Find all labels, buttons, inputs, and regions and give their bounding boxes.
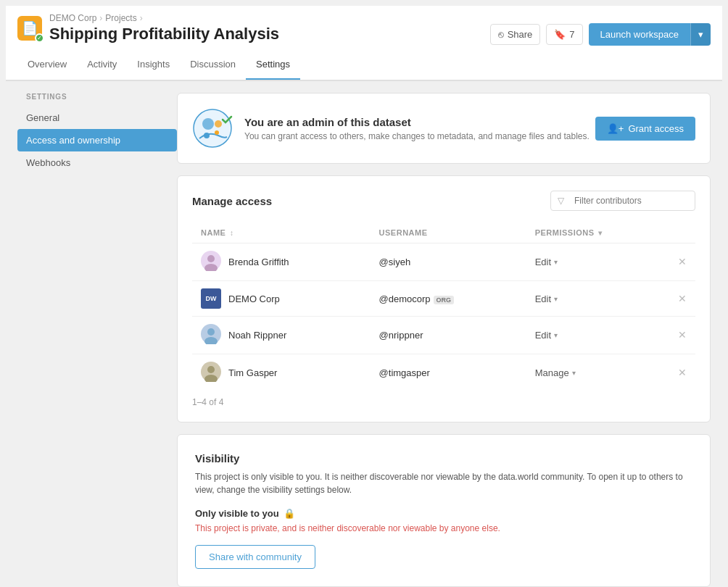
permission-value: Edit	[535, 330, 551, 341]
permission-value: Edit	[535, 257, 551, 267]
filter-icon: ▽	[558, 196, 564, 206]
admin-notice: You are an admin of this dataset You can…	[177, 93, 711, 164]
svg-point-0	[194, 109, 231, 147]
breadcrumb-org[interactable]: DEMO Corp	[49, 13, 96, 23]
col-name[interactable]: NAME ↕	[192, 222, 371, 243]
sort-icon: ↕	[230, 229, 234, 237]
breadcrumb-sep1: ›	[99, 13, 102, 23]
svg-point-9	[207, 328, 215, 336]
svg-point-3	[204, 133, 210, 138]
bookmark-icon: 🔖	[554, 29, 566, 40]
bookmark-count: 7	[569, 29, 574, 40]
grant-access-button[interactable]: 👤+ Grant access	[595, 117, 695, 141]
settings-content: You are an admin of this dataset You can…	[177, 93, 711, 587]
col-username: USERNAME	[371, 222, 526, 243]
launch-button-group: Launch workspace ▾	[589, 23, 711, 46]
avatar	[201, 251, 221, 273]
share-icon: ⎋	[498, 29, 504, 40]
svg-point-4	[215, 130, 219, 135]
perm-caret-icon: ▾	[554, 295, 558, 303]
perm-caret-icon: ▾	[554, 331, 558, 339]
sidebar-section-label: SETTINGS	[17, 93, 177, 107]
only-visible-label: Only visible to you	[195, 508, 279, 519]
permission-dropdown[interactable]: Edit ▾	[535, 330, 661, 341]
bookmark-button[interactable]: 🔖 7	[546, 24, 582, 45]
settings-sidebar: SETTINGS General Access and ownership We…	[17, 93, 177, 587]
contributor-username: @timgasper	[379, 367, 430, 378]
org-badge: ORG	[434, 296, 455, 304]
share-with-community-button[interactable]: Share with community	[195, 545, 315, 569]
avatar: DW	[201, 288, 221, 309]
permission-dropdown[interactable]: Edit ▾	[535, 257, 661, 267]
admin-notice-title: You are an admin of this dataset	[244, 116, 590, 128]
permission-value: Manage	[535, 367, 569, 378]
breadcrumb-projects[interactable]: Projects	[105, 13, 136, 23]
table-row: Brenda Griffith @siyeh Edit ▾ ✕	[192, 243, 695, 281]
svg-point-1	[202, 118, 214, 130]
table-row: Tim Gasper @timgasper Manage ▾ ✕	[192, 354, 695, 392]
nav-tabs: Overview Activity Insights Discussion Se…	[6, 50, 722, 80]
perm-sort-icon: ▾	[598, 229, 603, 237]
verified-check: ✓	[35, 33, 44, 43]
svg-point-6	[207, 255, 215, 262]
launch-workspace-button[interactable]: Launch workspace	[589, 23, 690, 46]
grant-button-label: Grant access	[628, 123, 684, 134]
admin-notice-desc: You can grant access to others, make cha…	[244, 131, 590, 141]
contributor-name: Tim Gasper	[228, 367, 277, 378]
pagination-info: 1–4 of 4	[192, 397, 695, 407]
svg-point-2	[215, 120, 222, 128]
table-row: Noah Rippner @nrippner Edit ▾ ✕	[192, 317, 695, 354]
visibility-status: Only visible to you 🔒	[195, 508, 692, 519]
permission-dropdown[interactable]: Manage ▾	[535, 367, 661, 378]
visibility-private-desc: This project is private, and is neither …	[195, 523, 692, 533]
tab-activity[interactable]: Activity	[77, 50, 127, 80]
grant-icon: 👤+	[607, 123, 624, 134]
perm-caret-icon: ▾	[554, 258, 558, 266]
col-permissions[interactable]: PERMISSIONS ▾	[526, 222, 669, 243]
remove-contributor-button[interactable]: ✕	[678, 256, 687, 267]
contributor-name: Brenda Griffith	[228, 257, 289, 267]
tab-insights[interactable]: Insights	[127, 50, 180, 80]
breadcrumb-sep2: ›	[140, 13, 143, 23]
permission-dropdown[interactable]: Edit ▾	[535, 294, 661, 304]
tab-discussion[interactable]: Discussion	[180, 50, 246, 80]
visibility-title: Visibility	[195, 452, 692, 465]
remove-contributor-button[interactable]: ✕	[678, 329, 687, 341]
lock-icon: 🔒	[284, 508, 295, 519]
contributors-table: NAME ↕ USERNAME PERMISSIONS ▾	[192, 222, 695, 391]
perm-caret-icon: ▾	[572, 369, 576, 377]
contributor-name: DEMO Corp	[228, 294, 280, 304]
sidebar-item-access[interactable]: Access and ownership	[17, 129, 177, 151]
launch-dropdown-button[interactable]: ▾	[690, 23, 711, 46]
avatar	[201, 362, 221, 384]
contributor-username: @siyeh	[379, 257, 411, 267]
contributor-username: @democorp	[379, 294, 431, 304]
remove-contributor-button[interactable]: ✕	[678, 367, 687, 378]
sidebar-item-general[interactable]: General	[17, 107, 177, 129]
admin-icon	[192, 108, 233, 149]
svg-point-12	[207, 366, 215, 373]
logo-icon: 📄 ✓	[17, 16, 42, 41]
manage-access-title: Manage access	[192, 195, 272, 207]
breadcrumb: DEMO Corp › Projects ›	[49, 13, 279, 23]
manage-access-card: Manage access ▽ NAME ↕ USERNAME	[177, 175, 711, 422]
filter-input-wrap: ▽	[550, 191, 695, 211]
tab-overview[interactable]: Overview	[17, 50, 77, 80]
visibility-card: Visibility This project is only visible …	[177, 434, 711, 587]
contributor-username: @nrippner	[379, 330, 423, 341]
visibility-description: This project is only visible to you. It …	[195, 470, 692, 496]
avatar	[201, 324, 221, 346]
page-title: Shipping Profitability Analysis	[49, 25, 279, 43]
filter-contributors-input[interactable]	[550, 191, 695, 211]
permission-value: Edit	[535, 294, 551, 304]
share-label: Share	[508, 29, 533, 40]
share-button[interactable]: ⎋ Share	[490, 24, 541, 45]
tab-settings[interactable]: Settings	[246, 50, 300, 80]
sidebar-item-webhooks[interactable]: Webhooks	[17, 151, 177, 174]
table-row: DW DEMO Corp @democorpORG Edit ▾ ✕	[192, 281, 695, 317]
contributor-name: Noah Rippner	[228, 330, 286, 341]
remove-contributor-button[interactable]: ✕	[678, 293, 687, 304]
